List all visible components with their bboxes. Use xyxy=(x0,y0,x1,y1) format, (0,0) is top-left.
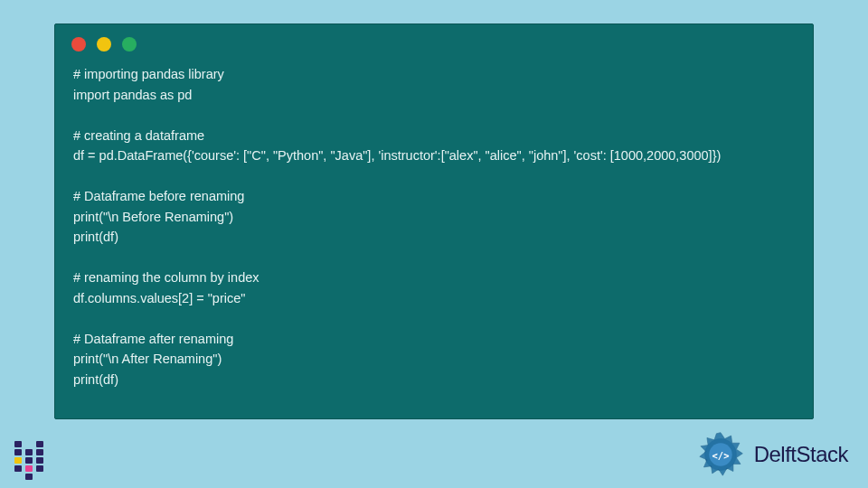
window-titlebar xyxy=(55,24,813,59)
brand-logo: </> DelftStack xyxy=(694,428,848,481)
delftstack-badge-icon: </> xyxy=(694,428,747,481)
code-window: # importing pandas library import pandas… xyxy=(54,23,814,419)
minimize-icon[interactable] xyxy=(97,37,111,52)
close-icon[interactable] xyxy=(71,37,86,52)
code-content: # importing pandas library import pandas… xyxy=(55,59,813,404)
brand-name: DelftStack xyxy=(754,442,848,467)
maximize-icon[interactable] xyxy=(122,37,137,52)
svg-text:</>: </> xyxy=(712,450,729,461)
left-logo-icon xyxy=(14,441,49,479)
